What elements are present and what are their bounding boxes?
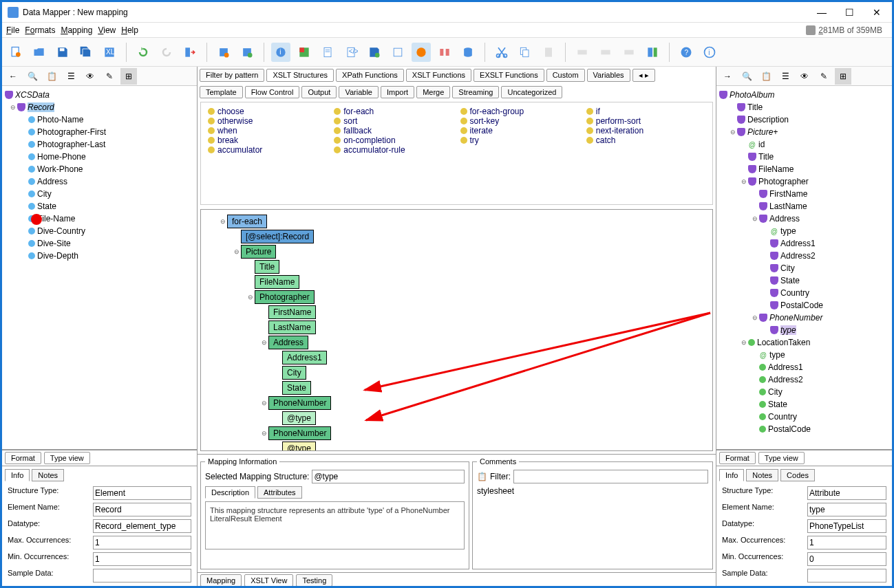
- tb-icon-3[interactable]: [388, 43, 407, 62]
- map-row[interactable]: ⊖Address: [205, 335, 708, 350]
- r-sd-input[interactable]: [807, 569, 886, 582]
- func-item[interactable]: iterate: [460, 126, 579, 135]
- right-tree-icon[interactable]: ⊞: [835, 68, 851, 85]
- tree-item[interactable]: State: [5, 200, 194, 213]
- func-item[interactable]: try: [460, 135, 579, 145]
- tree-item[interactable]: Title: [719, 101, 889, 113]
- tree-record[interactable]: ⊖Record: [5, 101, 194, 113]
- tree-item[interactable]: Work-Phone: [5, 163, 194, 175]
- map-node[interactable]: PhoneNumber: [268, 396, 331, 410]
- map-node[interactable]: @type: [282, 411, 316, 425]
- export-icon[interactable]: XLS: [100, 43, 119, 62]
- right-view-icon[interactable]: 👁: [796, 68, 813, 85]
- map-row[interactable]: FileName: [205, 274, 708, 290]
- tree-item[interactable]: Photo-Name: [5, 113, 194, 126]
- func-item[interactable]: when: [208, 126, 327, 135]
- mapping-canvas[interactable]: ⊖for-each[@select]:Record⊖PictureTitleFi…: [200, 209, 713, 451]
- save-doc-icon[interactable]: [365, 43, 384, 62]
- map-row[interactable]: LastName: [205, 320, 708, 335]
- func-item[interactable]: perform-sort: [586, 116, 705, 126]
- tb-d2[interactable]: [596, 43, 615, 62]
- left-list-icon[interactable]: ☰: [63, 68, 79, 85]
- map-node[interactable]: State: [282, 381, 311, 395]
- map-node[interactable]: Photographer: [255, 290, 315, 304]
- l-sd-input[interactable]: [93, 569, 191, 582]
- map-row[interactable]: ⊖PhoneNumber: [205, 395, 708, 411]
- map-node[interactable]: @type: [282, 442, 316, 451]
- l-dt-input[interactable]: [93, 519, 191, 533]
- map-row[interactable]: FirstName: [205, 305, 708, 320]
- left-view-icon[interactable]: 👁: [82, 68, 98, 85]
- database-icon[interactable]: [458, 43, 478, 62]
- right-tab-format[interactable]: Format: [719, 452, 756, 464]
- redo-icon[interactable]: [157, 43, 176, 62]
- tree-item[interactable]: Home-Phone: [5, 151, 194, 163]
- func-item[interactable]: choose: [208, 107, 327, 116]
- tb-icon-1[interactable]: [214, 43, 233, 62]
- ctab1-0[interactable]: Filter by pattern: [200, 69, 264, 82]
- doc-icon[interactable]: [318, 43, 337, 62]
- tree-item[interactable]: City: [719, 262, 889, 274]
- sel-input[interactable]: [312, 470, 465, 483]
- right-note-icon[interactable]: 📋: [758, 68, 774, 85]
- r-mx-input[interactable]: [807, 536, 886, 549]
- tree-item[interactable]: FileName: [719, 163, 889, 175]
- func-item[interactable]: on-completion: [334, 135, 453, 145]
- tree-item[interactable]: Dive-Site: [5, 237, 194, 250]
- tree-item[interactable]: Address1: [719, 237, 889, 250]
- r-mn-input[interactable]: [807, 552, 886, 566]
- r-en-input[interactable]: [807, 503, 886, 516]
- save-icon[interactable]: [53, 43, 72, 62]
- map-node[interactable]: City: [282, 366, 306, 380]
- tree-item[interactable]: Dive-Depth: [5, 250, 194, 262]
- tb-icon-2[interactable]: [237, 43, 257, 62]
- tb-icon-5[interactable]: [435, 43, 454, 62]
- map-node[interactable]: LastName: [268, 320, 316, 334]
- exit-icon[interactable]: [180, 43, 200, 62]
- left-tree[interactable]: XCSData ⊖RecordPhoto-NamePhotographer-Fi…: [2, 86, 197, 450]
- tree-item[interactable]: PostalCode: [719, 299, 889, 312]
- right-edit-icon[interactable]: ✎: [816, 68, 832, 85]
- ctab1-2[interactable]: XPath Functions: [336, 69, 404, 82]
- tree-item[interactable]: City: [5, 188, 194, 200]
- r-st-input[interactable]: [807, 486, 886, 500]
- ctab2-5[interactable]: Merge: [416, 86, 450, 98]
- maximize-button[interactable]: ☐: [840, 6, 859, 19]
- menu-file[interactable]: File: [6, 25, 19, 35]
- right-list-icon[interactable]: ☰: [777, 68, 794, 85]
- minimize-button[interactable]: —: [812, 6, 831, 19]
- left-arrow-icon[interactable]: ←: [5, 68, 21, 85]
- left-info-tab-info[interactable]: Info: [5, 469, 30, 481]
- ctab2-2[interactable]: Output: [301, 86, 337, 98]
- map-node[interactable]: Title: [255, 260, 279, 274]
- r-info-tab-notes[interactable]: Notes: [746, 469, 778, 481]
- map-node[interactable]: Address: [268, 336, 308, 349]
- left-info-tab-notes[interactable]: Notes: [32, 469, 64, 481]
- map-node[interactable]: FirstName: [268, 305, 316, 319]
- mi-tab-desc[interactable]: Description: [205, 486, 255, 499]
- left-zoom-icon[interactable]: 🔍: [24, 68, 41, 85]
- cbt-mapping[interactable]: Mapping: [200, 574, 242, 587]
- close-button[interactable]: ✕: [867, 6, 886, 19]
- tb-d3[interactable]: [619, 43, 639, 62]
- code-icon[interactable]: </>: [341, 43, 361, 62]
- tree-item[interactable]: FirstName: [719, 188, 889, 200]
- tree-item[interactable]: PostalCode: [719, 423, 889, 435]
- tree-item[interactable]: Country: [719, 411, 889, 423]
- l-mx-input[interactable]: [93, 536, 191, 549]
- tree-item[interactable]: ⊖LocationTaken: [719, 336, 889, 349]
- left-note-icon[interactable]: 📋: [43, 68, 60, 85]
- map-row[interactable]: @type: [205, 411, 708, 426]
- left-tab-format[interactable]: Format: [5, 452, 41, 464]
- l-en-input[interactable]: [93, 503, 191, 516]
- r-dt-input[interactable]: [807, 519, 886, 533]
- ctab1-4[interactable]: EXSLT Functions: [473, 69, 544, 82]
- tree-item[interactable]: LastName: [719, 200, 889, 213]
- func-item[interactable]: for-each-group: [460, 107, 579, 116]
- tree-root[interactable]: XCSData: [5, 89, 194, 101]
- right-zoom-icon[interactable]: 🔍: [738, 68, 755, 85]
- save-all-icon[interactable]: [76, 43, 96, 62]
- r-info-tab-codes[interactable]: Codes: [780, 469, 815, 481]
- tree-item[interactable]: Title: [719, 151, 889, 163]
- tree-item[interactable]: Dive-Country: [5, 225, 194, 237]
